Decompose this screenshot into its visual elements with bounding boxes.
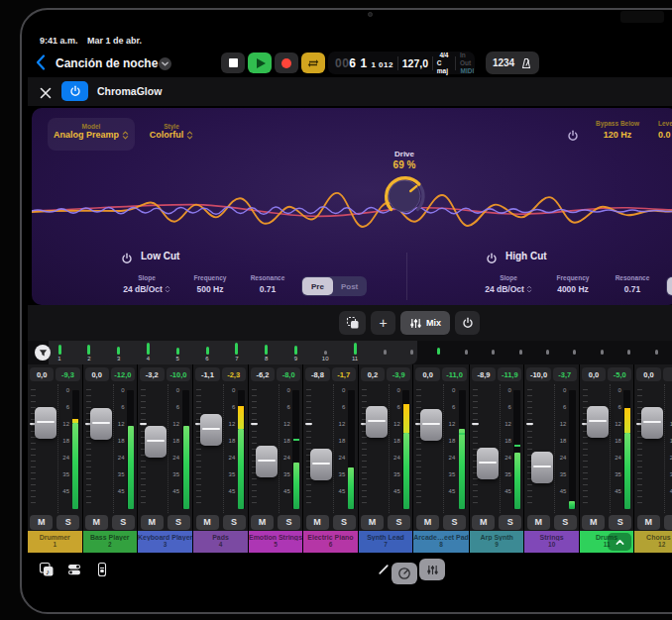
bypass-below-control[interactable]: Bypass Below 120 Hz <box>585 120 650 140</box>
style-selector[interactable]: Style Colorful <box>139 118 204 151</box>
model-selector[interactable]: Model Analog Preamp <box>48 118 135 151</box>
solo-button[interactable]: S <box>333 515 356 530</box>
pan-ruler[interactable] <box>473 389 478 505</box>
pan-ruler[interactable] <box>637 389 642 505</box>
high-cut-power-icon[interactable] <box>486 251 498 262</box>
overview-meter[interactable]: 9 <box>287 343 303 362</box>
record-button[interactable] <box>275 52 298 73</box>
cycle-button[interactable] <box>301 52 325 73</box>
channel-volume-value[interactable]: -10,0 <box>526 367 550 381</box>
song-menu-chevron-icon[interactable] <box>159 57 171 70</box>
channel-volume-value[interactable]: -6,2 <box>251 367 275 381</box>
volume-fader[interactable] <box>200 414 222 446</box>
overview-meter[interactable] <box>567 343 583 362</box>
loop-browser-button[interactable] <box>37 560 56 579</box>
mute-button[interactable]: M <box>251 515 274 530</box>
lcd-display[interactable]: 006 1 1 012 127,0 4/4C maj In OutMIDI <box>328 52 475 74</box>
track-name-block[interactable]: Synth Lead 7 <box>359 531 413 553</box>
solo-button[interactable]: S <box>278 515 300 530</box>
channel-peak-value[interactable]: -12,0 <box>111 367 135 381</box>
edit-pencil-button[interactable] <box>374 560 393 579</box>
solo-button[interactable]: S <box>443 515 466 530</box>
plugin-power-button[interactable] <box>61 81 88 101</box>
pan-ruler[interactable] <box>31 389 36 505</box>
volume-fader[interactable] <box>90 408 112 440</box>
stop-button[interactable] <box>221 52 245 73</box>
pan-ruler[interactable] <box>86 389 91 505</box>
solo-button[interactable]: S <box>499 515 521 530</box>
song-title[interactable]: Canción de noche <box>56 56 158 70</box>
controls-view-button[interactable] <box>392 563 417 584</box>
channel-volume-value[interactable]: -8,8 <box>305 367 329 381</box>
overview-meter[interactable]: 5 <box>169 343 185 362</box>
channel-peak-value[interactable]: -1,7 <box>332 367 356 381</box>
solo-button[interactable]: S <box>554 515 577 530</box>
mute-button[interactable]: M <box>582 515 605 530</box>
high-cut-frequency[interactable]: Frequency 4000 Hz <box>545 274 601 294</box>
volume-fader[interactable] <box>531 452 553 483</box>
channel-peak-value[interactable]: -11,9 <box>498 367 521 381</box>
channel-peak-value[interactable]: -5,0 <box>608 367 631 381</box>
count-in-pill[interactable]: 1234 <box>486 52 539 74</box>
channel-volume-value[interactable]: -1,1 <box>195 367 219 381</box>
low-cut-resonance[interactable]: Resonance 0.71 <box>242 274 293 294</box>
paste-settings-button[interactable] <box>339 311 366 335</box>
channel-peak-value[interactable]: -11,0 <box>442 367 467 381</box>
low-cut-power-icon[interactable] <box>121 251 133 262</box>
channel-volume-value[interactable]: 0,0 <box>85 367 109 381</box>
volume-fader[interactable] <box>587 406 609 438</box>
pan-ruler[interactable] <box>362 389 367 505</box>
mute-button[interactable]: M <box>527 515 550 530</box>
channel-volume-value[interactable]: 0,0 <box>636 367 660 381</box>
volume-fader[interactable] <box>641 407 663 439</box>
overview-meter[interactable]: 2 <box>81 343 97 362</box>
solo-button[interactable]: S <box>223 515 246 530</box>
mute-button[interactable]: M <box>306 515 329 530</box>
mute-button[interactable]: M <box>637 515 660 530</box>
back-chevron-icon[interactable] <box>36 54 52 72</box>
solo-button[interactable]: S <box>388 515 410 530</box>
pan-ruler[interactable] <box>583 389 588 505</box>
channel-power-button[interactable] <box>455 311 480 335</box>
volume-fader[interactable] <box>35 407 56 439</box>
volume-fader[interactable] <box>145 426 167 458</box>
pan-ruler[interactable] <box>196 389 201 505</box>
channel-peak-value[interactable] <box>663 367 672 381</box>
channel-peak-value[interactable]: -2,3 <box>222 367 246 381</box>
channel-peak-value[interactable]: -9,3 <box>56 367 79 381</box>
track-name-block[interactable]: Drummer 1 <box>28 531 82 553</box>
mute-button[interactable]: M <box>85 515 108 530</box>
overview-meter[interactable] <box>486 343 502 362</box>
channel-volume-value[interactable]: 0,0 <box>30 367 54 381</box>
high-cut-slope[interactable]: Slope 24 dB/Oct <box>478 274 539 294</box>
volume-fader[interactable] <box>310 449 332 480</box>
high-cut-resonance[interactable]: Resonance 0.71 <box>607 274 658 294</box>
play-button[interactable] <box>248 52 272 73</box>
channel-peak-value[interactable]: -3,9 <box>387 367 410 381</box>
track-name-block[interactable]: Bass Player 2 <box>83 531 138 553</box>
track-name-block[interactable]: Drums 11 <box>580 531 634 553</box>
volume-fader[interactable] <box>477 448 499 479</box>
mute-button[interactable]: M <box>361 515 384 530</box>
overview-meter[interactable]: 4 <box>140 343 156 362</box>
channel-peak-value[interactable]: -8,0 <box>277 367 300 381</box>
mute-button[interactable]: M <box>416 515 439 530</box>
drive-knob[interactable] <box>383 174 426 218</box>
channel-volume-value[interactable]: 0,0 <box>415 367 440 381</box>
collapse-chevron-button[interactable] <box>608 533 631 551</box>
mute-button[interactable]: M <box>141 515 164 530</box>
pre-button[interactable]: Pre <box>667 277 672 295</box>
track-name-block[interactable]: Electric Piano 6 <box>303 531 358 553</box>
volume-fader[interactable] <box>420 409 442 441</box>
track-name-block[interactable]: Emotion Strings 5 <box>249 531 303 553</box>
solo-button[interactable]: S <box>168 515 190 530</box>
overview-meter[interactable]: 1 <box>52 343 67 362</box>
track-name-block[interactable]: Chorus V 12 <box>634 531 672 553</box>
track-name-block[interactable]: Strings 10 <box>524 531 579 553</box>
track-name-block[interactable]: Arcade…eet Pad 8 <box>413 531 469 553</box>
channel-peak-value[interactable]: -10,0 <box>167 367 191 381</box>
channel-volume-value[interactable]: -3,2 <box>140 367 165 381</box>
channel-peak-value[interactable]: -3,7 <box>553 367 577 381</box>
low-cut-slope[interactable]: Slope 24 dB/Oct <box>116 274 177 294</box>
level-control[interactable]: Level 0.0 <box>658 120 672 140</box>
